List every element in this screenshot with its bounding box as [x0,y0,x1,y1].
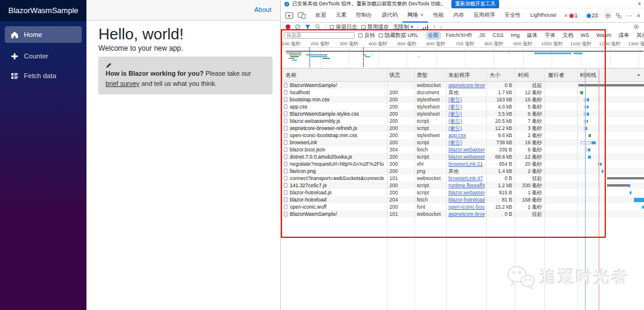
table-row[interactable]: 141.327ce5c7.js200scriptruntime.fbeeaff4… [281,182,644,189]
close-notification-icon[interactable]: × [637,1,641,7]
filter-icon[interactable] [305,24,311,30]
tab-性能[interactable]: 性能 [428,8,448,23]
preserve-log-checkbox[interactable]: 保留日志 [330,23,357,31]
close-devtools-icon[interactable]: × [637,13,640,19]
request-initiator[interactable]: (索引) [448,125,485,131]
filter-input[interactable] [284,32,355,39]
request-initiator[interactable]: blazor.webassembly.js:1 [448,154,485,160]
request-initiator[interactable]: (索引) [448,118,485,124]
export-har-icon[interactable]: ↓ [440,24,443,30]
throttling-dropdown[interactable]: 无限制 ▾ [393,23,413,31]
extensions-icon[interactable] [615,13,622,19]
table-row[interactable]: app.css200stylesheet(索引)4.0 kB5 毫秒 [281,103,644,110]
table-row[interactable]: dotnet.7.0.0.amub20uvka.js200scriptblazo… [281,153,644,160]
record-icon[interactable] [286,24,290,29]
close-tab-icon[interactable]: × [420,12,423,18]
filter-chip-清单[interactable]: 清单 [616,31,631,40]
sort-arrow-icon[interactable]: ▲ [637,73,640,76]
column-header-6[interactable]: 时间 [518,72,529,79]
tab-内存[interactable]: 内存 [448,8,469,23]
filter-chip-Fetch/XHR[interactable]: Fetch/XHR [444,32,475,39]
table-row[interactable]: BlazorWasmSample/101websocketaspnetcore-… [281,210,644,218]
filter-chip-媒体[interactable]: 媒体 [525,31,540,40]
request-initiator[interactable]: blazor-hotreload.js:11 [448,197,485,203]
sidebar-item-counter[interactable]: Counter [5,48,82,64]
tab-应用程序[interactable]: 应用程序 [469,8,500,23]
table-row[interactable]: blazor-hotreload204fetchblazor-hotreload… [281,196,644,203]
request-initiator[interactable]: (索引) [448,97,485,103]
tab-控制台[interactable]: 控制台 [351,8,377,23]
table-row[interactable]: negotiate?requestUrl=http%3A%2F%2Flocalh… [281,160,644,168]
about-link[interactable]: About [254,6,271,13]
table-row[interactable]: favicon.png200png其他1.4 kB2 毫秒 [281,168,644,175]
error-badge[interactable]: 1 [567,12,580,19]
filter-chip-全部[interactable]: 全部 [426,31,441,40]
request-initiator[interactable]: (索引) [448,140,485,145]
inspect-icon[interactable] [285,12,293,19]
column-header-8[interactable]: 时间线 [580,72,596,79]
column-header-2[interactable]: 状态 [389,72,400,79]
request-initiator[interactable]: browserLink:47 [448,175,485,181]
filter-chip-Wasm[interactable]: Wasm [594,32,614,39]
column-header-5[interactable]: 大小 [490,72,500,79]
table-row[interactable]: connect?transport=webSockets&connectionT… [281,175,644,182]
table-row[interactable]: open-iconic-bootstrap.min.css200styleshe… [281,132,644,139]
sidebar-item-fetch-data[interactable]: Fetch data [5,67,82,84]
brief-survey-link[interactable]: brief survey [106,80,140,87]
table-row[interactable]: open-iconic.woff200fontopen-iconic-boots… [281,203,644,210]
sidebar-item-home[interactable]: Home [5,26,82,43]
filter-chip-JS[interactable]: JS [477,32,488,39]
table-row[interactable]: bootstrap.min.css200stylesheet(索引)163 kB… [281,96,644,103]
invert-checkbox[interactable]: 反转 [358,32,375,39]
issues-badge[interactable]: 23 [584,12,600,19]
table-row[interactable]: aspnetcore-browser-refresh.js200script(索… [281,125,644,132]
tab-安全性[interactable]: 安全性 [500,8,525,23]
request-initiator[interactable]: blazor.webassembly.js:1 [448,190,485,196]
request-initiator[interactable]: open-iconic-bootstrap… [448,204,485,210]
disable-cache-checkbox[interactable]: 禁用缓存 [361,23,389,31]
tab-Lighthouse[interactable]: Lighthouse [525,8,561,23]
import-har-icon[interactable]: ↑ [433,24,436,30]
network-conditions-icon[interactable] [422,24,429,30]
filter-chip-CSS[interactable]: CSS [490,32,506,39]
network-settings-gear-icon[interactable] [633,24,639,30]
network-overview-timeline[interactable]: 100 毫秒200 毫秒300 毫秒400 毫秒500 毫秒600 毫秒700 … [281,39,644,69]
request-type: stylesheet [417,132,439,138]
table-row[interactable]: BlazorWasmSample.styles.css200stylesheet… [281,110,644,117]
settings-gear-icon[interactable] [605,13,611,19]
tab-网络[interactable]: 网络× [402,8,428,23]
request-initiator[interactable]: aspnetcore-browser-re… [448,211,485,217]
filter-chip-Img[interactable]: Img [509,32,522,39]
table-row[interactable]: blazor.boot.json304fetchblazor.webassemb… [281,146,644,153]
request-initiator[interactable]: browserLink:21 [448,161,485,167]
filter-chip-文档[interactable]: 文档 [561,31,576,40]
request-initiator[interactable]: app.css [448,132,485,138]
column-header-1[interactable]: 名称 [286,72,296,79]
hide-data-urls-checkbox[interactable]: 隐藏数据 URL [379,32,419,39]
request-initiator[interactable]: aspnetcore-browser-re… [448,82,485,88]
column-header-4[interactable]: 发起程序 [448,72,470,79]
request-initiator[interactable]: blazor.webassembly.js:1 [448,147,485,153]
table-row[interactable]: blazor-hotreload.js200scriptblazor.webas… [281,189,644,196]
request-initiator[interactable]: (索引) [448,104,485,110]
filter-chip-字体[interactable]: 字体 [543,31,558,40]
request-initiator[interactable]: runtime.fbeeaff4.js:1 [448,182,485,188]
reload-devtools-button[interactable]: 重新加载开发工具 [451,0,499,8]
table-row[interactable]: BlazorWasmSample/websocketaspnetcore-bro… [281,82,644,89]
device-toolbar-icon[interactable] [298,12,306,19]
column-header-7[interactable]: 履行者 [548,72,564,79]
tab-元素[interactable]: 元素 [331,8,351,23]
more-options-icon[interactable]: ⋯ [626,13,633,19]
request-initiator[interactable]: (索引) [448,111,485,117]
search-icon[interactable] [315,24,321,30]
app-brand[interactable]: BlazorWasmSample [0,0,86,21]
filter-chip-其他[interactable]: 其他 [634,31,644,40]
column-header-3[interactable]: 类型 [417,72,428,79]
filter-chip-WS[interactable]: WS [578,32,592,39]
tab-源代码[interactable]: 源代码 [377,8,402,23]
tab-欢迎[interactable]: 欢迎 [311,8,331,23]
clear-icon[interactable] [295,24,301,30]
table-row[interactable]: localhost200document其他1.7 kB12 毫秒 [281,89,644,96]
table-row[interactable]: blazor.webassembly.js200script(索引)20.5 k… [281,117,644,125]
table-row[interactable]: browserLink200script(索引)738 kB16 毫秒 [281,139,644,146]
